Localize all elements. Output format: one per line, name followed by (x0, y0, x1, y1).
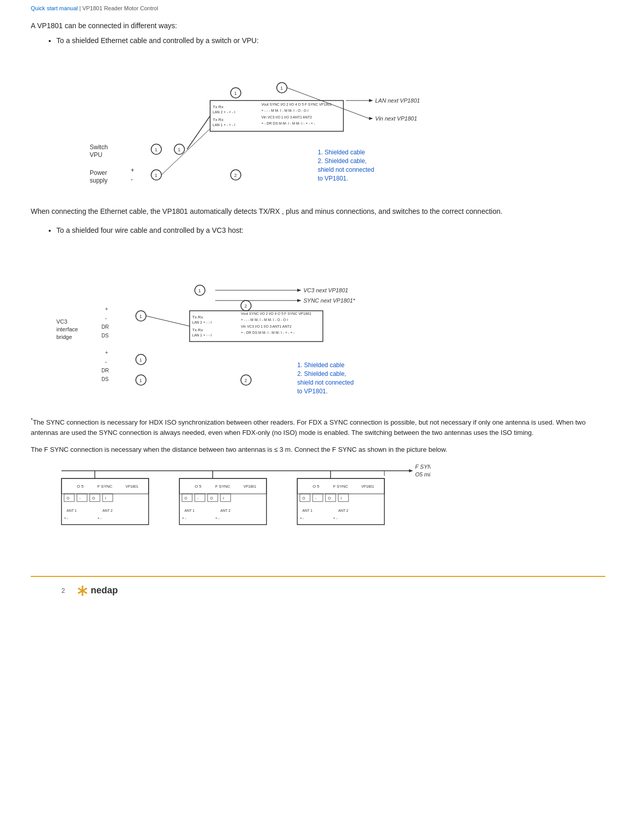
page: Quick start manual | VP1801 Reader Motor… (0, 0, 636, 636)
svg-text:O: O (210, 496, 213, 500)
svg-text:1: 1 (234, 91, 237, 96)
bullet1-text: To a shielded Ethernet cable and control… (56, 35, 605, 46)
svg-text:1: 1 (280, 86, 283, 91)
svg-text:LAN 2 + - - I: LAN 2 + - - I (192, 321, 212, 324)
svg-text:Tx   Rx: Tx Rx (192, 315, 203, 319)
svg-text:ANT 2: ANT 2 (338, 509, 348, 512)
svg-text:to VP1801.: to VP1801. (318, 175, 348, 182)
svg-text:VC3: VC3 (56, 318, 67, 325)
bullet2-text: To a shielded four wire cable and contro… (56, 225, 605, 236)
svg-text:Tx   Rx: Tx Rx (213, 105, 223, 109)
svg-text:O 5: O 5 (77, 484, 84, 489)
svg-text:1: 1 (139, 378, 142, 383)
svg-text:1: 1 (178, 147, 180, 152)
svg-text:VP1801: VP1801 (243, 485, 256, 488)
svg-text:F SYNC: F SYNC (215, 484, 231, 489)
para1-text: When connecting the Ethernet cable, the … (31, 206, 605, 217)
svg-text:1: 1 (155, 147, 157, 152)
svg-text:2. Shielded cable,: 2. Shielded cable, (297, 370, 346, 377)
svg-text:ANT 1: ANT 1 (67, 509, 77, 512)
svg-rect-89 (77, 494, 87, 502)
diagram1-svg: Tx Rx LAN 2 + - + - I Tx Rx LAN 1 + - + … (61, 54, 420, 198)
svg-text:+  -: + - (182, 516, 187, 520)
svg-line-25 (187, 116, 210, 149)
svg-text:Vin  VC3  I/O 1  I/O 3  ANT1  : Vin VC3 I/O 1 I/O 3 ANT1 ANT2 (241, 325, 292, 328)
note1: *The SYNC connection is necessary for HD… (31, 416, 605, 437)
diagram3: O 5 F SYNC VP1801 O - O I ANT 1 ANT 2 + … (46, 463, 405, 535)
svg-line-67 (146, 316, 190, 326)
svg-text:shield not connected: shield not connected (318, 166, 374, 173)
svg-text:+ - DR DS M M- I - M M- I - + : + - DR DS M M- I - M M- I - + - + - (241, 331, 295, 334)
svg-text:O: O (328, 496, 331, 500)
svg-text:Tx   Rx: Tx Rx (192, 328, 203, 332)
svg-text:1: 1 (198, 288, 201, 293)
svg-text:O: O (184, 496, 188, 500)
svg-text:-: - (79, 496, 81, 500)
svg-text:+ - DR DS M M- I - M M- I - + : + - DR DS M M- I - M M- I - + - + - (261, 122, 315, 125)
svg-text:LAN next VP1801: LAN next VP1801 (375, 97, 420, 104)
svg-text:-: - (197, 496, 199, 500)
svg-text:F SYNC I next VP1801: F SYNC I next VP1801 (415, 464, 430, 470)
svg-text:I: I (341, 496, 342, 500)
svg-text:Switch: Switch (90, 144, 108, 151)
svg-text:1: 1 (139, 314, 142, 319)
svg-text:VP1801: VP1801 (361, 485, 374, 488)
svg-text:+  -: + - (300, 516, 304, 520)
svg-text:F SYNC: F SYNC (333, 484, 348, 489)
svg-text:VPU: VPU (90, 151, 102, 158)
svg-text:+ - - - M M- I - M M- I - O - : + - - - M M- I - M M- I - O - O I (241, 318, 288, 322)
svg-text:1. Shielded cable: 1. Shielded cable (318, 149, 365, 156)
svg-text:ANT 2: ANT 2 (102, 509, 113, 512)
intro-text: A VP1801 can be connected in different w… (31, 21, 605, 31)
svg-text:+  -: + - (97, 516, 102, 520)
svg-text:ANT 1: ANT 1 (184, 509, 195, 512)
diagram2-svg: Tx Rx LAN 2 + - - I Tx Rx LAN 1 + - - I … (41, 244, 420, 413)
svg-text:ANT 2: ANT 2 (220, 509, 231, 512)
svg-text:-: - (131, 176, 133, 183)
svg-text:LAN 2 + - + - I: LAN 2 + - + - I (213, 110, 235, 114)
svg-rect-93 (102, 494, 113, 502)
svg-text:bridge: bridge (56, 334, 72, 340)
svg-line-34 (161, 129, 210, 175)
breadcrumb-current: VP1801 Reader Motor Control (83, 5, 158, 11)
svg-text:DR: DR (101, 324, 109, 330)
svg-marker-138 (409, 469, 413, 472)
diagram3-svg: O 5 F SYNC VP1801 O - O I ANT 1 ANT 2 + … (46, 463, 430, 543)
svg-text:-: - (105, 315, 107, 321)
svg-rect-110 (220, 494, 231, 502)
svg-text:+: + (105, 306, 108, 312)
breadcrumb-link[interactable]: Quick start manual (31, 5, 78, 11)
svg-text:shield not connected: shield not connected (297, 379, 354, 386)
svg-text:O: O (92, 496, 95, 500)
svg-text:2. Shielded cable,: 2. Shielded cable, (318, 157, 366, 165)
svg-text:+  -: + - (333, 516, 338, 520)
svg-text:+: + (105, 350, 108, 355)
svg-text:O 5: O 5 (195, 484, 201, 489)
svg-text:2: 2 (244, 378, 247, 383)
diagram2: Tx Rx LAN 2 + - - I Tx Rx LAN 1 + - - I … (41, 244, 400, 408)
svg-text:to VP1801.: to VP1801. (297, 388, 327, 395)
svg-text:DR: DR (101, 368, 109, 373)
svg-text:+  -: + - (64, 516, 69, 520)
svg-marker-14 (369, 99, 373, 102)
svg-text:-: - (315, 496, 317, 500)
svg-text:VC3 next VP1801: VC3 next VP1801 (303, 287, 348, 293)
svg-text:O 5: O 5 (313, 484, 319, 489)
svg-text:F SYNC: F SYNC (97, 484, 113, 489)
svg-text:I: I (105, 496, 106, 500)
svg-text:SYNC next VP1801*: SYNC next VP1801* (303, 297, 356, 304)
svg-text:-: - (105, 359, 107, 365)
svg-text:2: 2 (234, 173, 237, 178)
svg-text:Tx   Rx: Tx Rx (213, 117, 223, 122)
svg-text:O5 minus next VP1801: O5 minus next VP1801 (415, 471, 430, 477)
svg-rect-106 (195, 494, 205, 502)
svg-text:supply: supply (90, 177, 108, 184)
svg-text:LAN 1 + - - I: LAN 1 + - - I (192, 333, 212, 337)
svg-text:+ - - - M M- I - M M- I - O - : + - - - M M- I - M M- I - O - O I (261, 109, 309, 112)
svg-text:interface: interface (56, 326, 78, 332)
nedap-logo: nedap (76, 582, 128, 600)
svg-text:O: O (67, 496, 70, 500)
svg-text:1: 1 (155, 173, 157, 178)
svg-rect-123 (313, 494, 323, 502)
breadcrumb: Quick start manual | VP1801 Reader Motor… (31, 5, 605, 11)
